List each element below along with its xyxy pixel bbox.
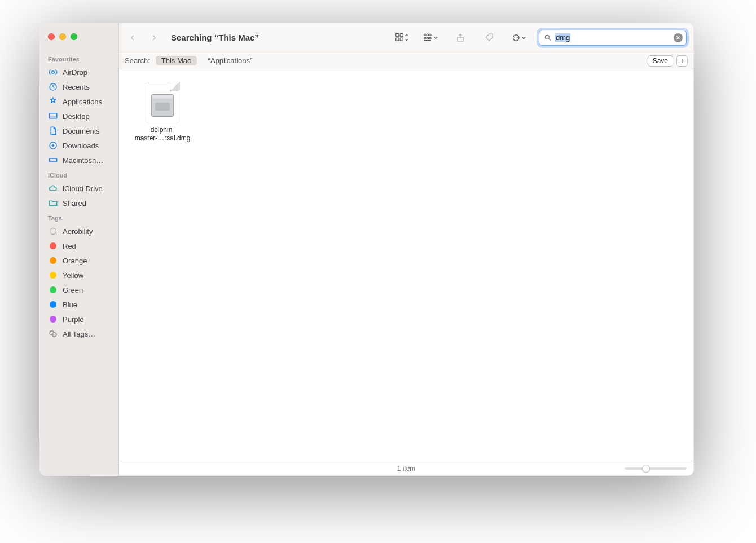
search-field[interactable]: dmg xyxy=(539,30,687,46)
svg-rect-14 xyxy=(429,34,431,36)
cloud-icon xyxy=(48,183,58,193)
sidebar-item-label: Blue xyxy=(63,301,77,309)
sidebar-item-label: Macintosh… xyxy=(63,156,103,165)
sidebar-item-label: Downloads xyxy=(63,142,99,150)
scope-label: Search: xyxy=(125,56,150,65)
svg-point-23 xyxy=(516,37,517,38)
svg-rect-13 xyxy=(427,34,429,36)
shared-folder-icon xyxy=(48,198,58,208)
clear-search-button[interactable] xyxy=(674,33,683,42)
main-pane: Searching “This Mac” xyxy=(119,23,693,475)
download-icon xyxy=(48,140,58,151)
file-item[interactable]: dolphin- master-…rsal.dmg xyxy=(131,82,194,143)
sidebar-tag-purple[interactable]: Purple xyxy=(40,312,118,326)
add-search-criteria-button[interactable]: + xyxy=(676,55,688,67)
sidebar-tag-yellow[interactable]: Yellow xyxy=(40,268,118,282)
sidebar-item-recents[interactable]: Recents xyxy=(40,80,118,94)
sidebar-tag-orange[interactable]: Orange xyxy=(40,253,118,268)
group-by-button[interactable] xyxy=(423,29,439,46)
sidebar-item-label: Red xyxy=(63,242,76,250)
svg-point-25 xyxy=(545,35,549,39)
sidebar-item-label: Shared xyxy=(63,199,86,208)
traffic-lights xyxy=(40,33,118,40)
all-tags-icon xyxy=(48,329,58,339)
view-icons-button[interactable] xyxy=(393,29,410,46)
sidebar-item-downloads[interactable]: Downloads xyxy=(40,138,118,153)
action-menu-button[interactable] xyxy=(511,29,528,46)
slider-thumb[interactable] xyxy=(642,465,650,473)
window-title: Searching “This Mac” xyxy=(171,33,259,42)
search-input-text[interactable]: dmg xyxy=(555,33,570,42)
share-button[interactable] xyxy=(452,29,469,46)
svg-rect-17 xyxy=(429,37,431,39)
file-name: dolphin- master-…rsal.dmg xyxy=(135,126,191,143)
svg-rect-12 xyxy=(424,34,426,36)
svg-rect-4 xyxy=(49,158,57,162)
sidebar-item-label: Documents xyxy=(63,127,100,135)
minimize-window-button[interactable] xyxy=(59,33,66,40)
scope-applications[interactable]: “Applications” xyxy=(203,56,258,65)
sidebar-item-label: Applications xyxy=(63,98,102,106)
sidebar-item-airdrop[interactable]: AirDrop xyxy=(40,65,118,80)
sidebar-item-macintosh-hd[interactable]: Macintosh… xyxy=(40,153,118,167)
svg-point-20 xyxy=(490,35,491,36)
icon-size-slider[interactable] xyxy=(625,465,687,473)
search-icon xyxy=(544,34,552,42)
tag-dot-icon xyxy=(48,255,58,266)
desktop-icon xyxy=(48,111,58,121)
document-icon xyxy=(48,126,58,136)
scope-this-mac[interactable]: This Mac xyxy=(156,56,197,65)
close-window-button[interactable] xyxy=(48,33,55,40)
sidebar-tag-aerobility[interactable]: Aerobility xyxy=(40,224,118,239)
zoom-window-button[interactable] xyxy=(71,33,77,40)
tags-button[interactable] xyxy=(481,29,498,46)
sidebar-item-label: Yellow xyxy=(63,271,83,280)
sidebar-item-label: AirDrop xyxy=(63,68,87,77)
sidebar-item-documents[interactable]: Documents xyxy=(40,123,118,138)
sidebar-item-label: All Tags… xyxy=(63,330,95,338)
sidebar-tag-red[interactable]: Red xyxy=(40,239,118,253)
sidebar-group-title: iCloud xyxy=(40,167,118,181)
results-area[interactable]: dolphin- master-…rsal.dmg xyxy=(119,69,693,461)
sidebar-item-label: Aerobility xyxy=(63,227,93,236)
applications-icon xyxy=(48,96,58,107)
sidebar-all-tags[interactable]: All Tags… xyxy=(40,326,118,341)
dmg-file-icon xyxy=(146,82,179,122)
tag-dot-icon xyxy=(48,270,58,280)
forward-button[interactable] xyxy=(147,31,161,45)
svg-point-24 xyxy=(517,37,518,38)
sidebar-item-label: iCloud Drive xyxy=(63,184,103,193)
svg-rect-15 xyxy=(424,37,426,39)
sidebar-item-icloud-drive[interactable]: iCloud Drive xyxy=(40,181,118,196)
tag-dot-icon xyxy=(48,226,58,236)
sidebar-tag-blue[interactable]: Blue xyxy=(40,297,118,312)
svg-rect-9 xyxy=(400,33,403,36)
sidebar-item-label: Green xyxy=(63,286,83,294)
sidebar-item-shared[interactable]: Shared xyxy=(40,196,118,210)
toolbar: Searching “This Mac” xyxy=(119,23,693,52)
sidebar-item-desktop[interactable]: Desktop xyxy=(40,109,118,123)
svg-rect-11 xyxy=(400,38,403,41)
sidebar: Favourites AirDrop Recents Applications xyxy=(40,23,119,475)
tag-dot-icon xyxy=(48,241,58,251)
clock-icon xyxy=(48,82,58,92)
sidebar-item-applications[interactable]: Applications xyxy=(40,94,118,109)
svg-rect-16 xyxy=(427,37,429,39)
tag-dot-icon xyxy=(48,299,58,310)
back-button[interactable] xyxy=(126,31,139,45)
sidebar-group-title: Tags xyxy=(40,210,118,224)
sidebar-item-label: Purple xyxy=(63,315,84,324)
item-count: 1 item xyxy=(397,465,416,473)
sidebar-tag-green[interactable]: Green xyxy=(40,282,118,297)
sidebar-item-label: Desktop xyxy=(63,112,90,121)
svg-rect-8 xyxy=(396,33,399,36)
airdrop-icon xyxy=(48,67,58,77)
tag-dot-icon xyxy=(48,285,58,295)
status-bar: 1 item xyxy=(119,461,693,475)
sidebar-item-label: Recents xyxy=(63,83,90,91)
toolbar-buttons xyxy=(393,29,528,46)
svg-rect-10 xyxy=(396,38,399,41)
svg-point-0 xyxy=(52,71,55,74)
finder-window: Favourites AirDrop Recents Applications xyxy=(39,23,694,476)
save-search-button[interactable]: Save xyxy=(648,55,673,67)
